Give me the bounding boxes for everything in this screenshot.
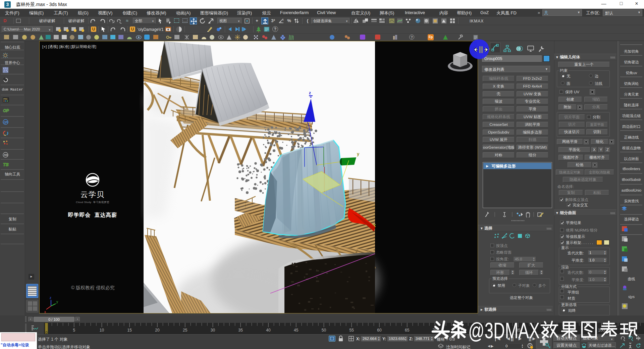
svg-text:x: x <box>44 310 46 313</box>
svg-text:RB: RB <box>4 153 8 157</box>
svg-text:z: z <box>50 296 51 300</box>
svg-text:40: 40 <box>266 328 271 333</box>
svg-text:45: 45 <box>294 328 299 333</box>
svg-text:@3DMAX: @3DMAX <box>468 319 540 343</box>
svg-text:y: y <box>56 300 58 304</box>
svg-text:20: 20 <box>155 328 160 333</box>
svg-text:TS: TS <box>3 162 9 167</box>
svg-text:25: 25 <box>183 328 187 333</box>
svg-text:PRS: PRS <box>3 98 7 100</box>
svg-text:y: y <box>357 151 360 156</box>
svg-text:60: 60 <box>377 328 382 333</box>
svg-text:z: z <box>309 91 311 95</box>
svg-text:30: 30 <box>211 328 215 333</box>
svg-text:10: 10 <box>100 328 104 333</box>
svg-text:2: 2 <box>282 19 284 21</box>
svg-text:15: 15 <box>127 328 132 333</box>
svg-text:QR: QR <box>4 120 8 124</box>
svg-text:65: 65 <box>405 328 410 333</box>
svg-text:OP: OP <box>3 108 9 113</box>
svg-text:5: 5 <box>73 328 75 333</box>
svg-text:55: 55 <box>350 328 354 333</box>
svg-text:50: 50 <box>322 328 326 333</box>
svg-text:35: 35 <box>238 328 243 333</box>
